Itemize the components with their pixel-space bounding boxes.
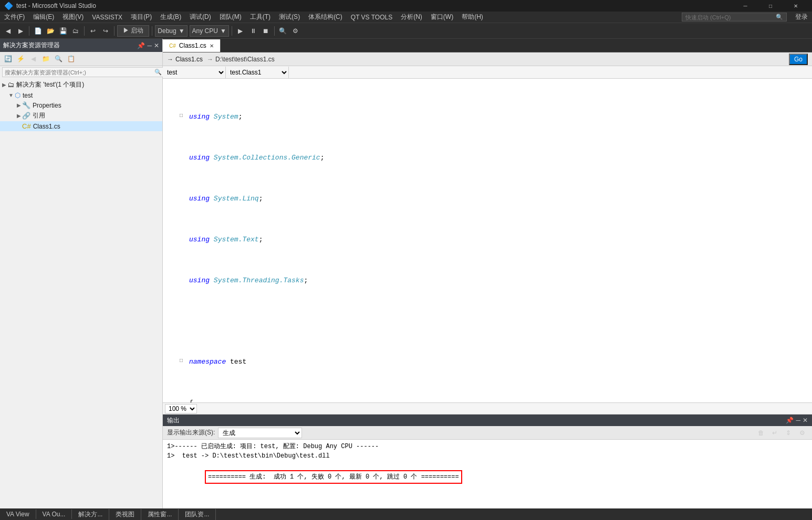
se-minimize-button[interactable]: ─ (147, 42, 152, 49)
quick-search-box[interactable]: 🔍 (682, 13, 787, 22)
toolbar-sep-3 (114, 26, 114, 36)
bottom-tab-team[interactable]: 团队资... (179, 509, 216, 520)
output-source-label: 显示输出来源(S): (167, 428, 215, 437)
se-property-button[interactable]: 📋 (65, 53, 77, 65)
maximize-button[interactable]: □ (758, 0, 783, 12)
code-line: using System.Text; (163, 235, 812, 245)
settings-button[interactable]: ⚙ (290, 25, 301, 37)
menu-tools[interactable]: 工具(T) (246, 12, 275, 23)
menu-debug[interactable]: 调试(D) (185, 12, 215, 23)
main-layout: 解决方案资源管理器 📌 ─ ✕ 🔄 ⚡ ◀ 📁 🔍 📋 🔍 ▶ 🗂 解决方案 (0, 39, 812, 508)
find-button[interactable]: 🔍 (277, 25, 289, 37)
menu-file[interactable]: 文件(F) (0, 12, 29, 23)
menu-vassistx[interactable]: VASSISTX (88, 13, 127, 22)
se-search-icon: 🔍 (154, 69, 162, 76)
bottom-tab-class-view[interactable]: 类视图 (109, 509, 141, 520)
menu-edit[interactable]: 编辑(E) (29, 12, 58, 23)
output-settings-button[interactable]: ⚙ (796, 427, 808, 439)
menu-test[interactable]: 测试(S) (275, 12, 304, 23)
bottom-tab-va-view[interactable]: VA View (0, 510, 36, 519)
se-toolbar: 🔄 ⚡ ◀ 📁 🔍 📋 (0, 52, 162, 66)
close-button[interactable]: ✕ (784, 0, 808, 12)
bottom-tabs: VA View VA Ou... 解决方... 类视图 属性窗... 团队资..… (0, 508, 812, 520)
redo-button[interactable]: ↪ (100, 25, 111, 37)
undo-button[interactable]: ↩ (87, 25, 99, 37)
output-word-wrap-button[interactable]: ↵ (769, 427, 780, 439)
bottom-tab-solution[interactable]: 解决方... (72, 509, 109, 520)
platform-dropdown[interactable]: Any CPU ▼ (190, 25, 229, 37)
code-line (163, 316, 812, 326)
code-editor[interactable]: □ using System; using System.Collections… (163, 79, 812, 402)
namespace-selector[interactable]: test (163, 67, 226, 78)
menu-team[interactable]: 团队(M) (215, 12, 246, 23)
class-selector[interactable]: test.Class1 (226, 67, 289, 78)
menu-arch[interactable]: 体系结构(C) (304, 12, 347, 23)
menu-analyze[interactable]: 分析(N) (397, 12, 426, 23)
se-sync-button[interactable]: 🔄 (2, 53, 14, 65)
output-source-selector[interactable]: 生成 (218, 428, 302, 438)
go-button[interactable]: Go (789, 54, 808, 65)
tab-close-button[interactable]: ✕ (210, 43, 214, 49)
platform-label: Any CPU (192, 27, 218, 35)
se-properties-label: Properties (33, 102, 61, 109)
se-refresh-button[interactable]: ⚡ (15, 53, 26, 65)
code-line: using System.Collections.Generic; (163, 153, 812, 163)
toolbar-icon-1[interactable]: ▶ (235, 25, 246, 37)
editor-tab-class1[interactable]: C# Class1.cs ✕ (163, 39, 221, 52)
se-pin-button[interactable]: 📌 (137, 42, 145, 49)
output-filter-button[interactable]: ⇕ (783, 427, 794, 439)
expand-arrow-icon: ▶ (2, 82, 6, 88)
file-path-name1[interactable]: Class1.cs (173, 56, 205, 63)
output-toolbar: 显示输出来源(S): 生成 🗑 ↵ ⇕ ⚙ (163, 426, 812, 440)
se-references-node[interactable]: ▶ 🔗 引用 (0, 110, 162, 121)
se-class1-node[interactable]: ▶ C# Class1.cs (0, 121, 162, 131)
se-collapse-button[interactable]: ◀ (27, 53, 39, 65)
menu-qt[interactable]: QT VS TOOLS (347, 13, 397, 22)
output-content: 1>------ 已启动生成: 项目: test, 配置: Debug Any … (163, 440, 812, 508)
save-all-button[interactable]: 🗂 (70, 25, 81, 37)
toolbar-icon-3[interactable]: ⏹ (260, 25, 272, 37)
bottom-tab-properties[interactable]: 属性窗... (141, 509, 179, 520)
debug-config-dropdown[interactable]: Debug ▼ (155, 25, 187, 37)
se-close-button[interactable]: ✕ (154, 42, 159, 49)
se-project-node[interactable]: ▼ ⬡ test (0, 90, 162, 100)
open-button[interactable]: 📂 (45, 25, 56, 37)
toolbar-sep-6 (274, 26, 275, 36)
start-button[interactable]: ▶ 启动 (117, 25, 149, 37)
quick-search-input[interactable] (685, 14, 776, 20)
login-button[interactable]: 登录 (791, 12, 812, 23)
menu-build[interactable]: 生成(B) (156, 12, 185, 23)
save-button[interactable]: 💾 (57, 25, 69, 37)
output-line-3: ========== 生成: 成功 1 个, 失败 0 个, 最新 0 个, 跳… (167, 461, 808, 493)
solution-explorer: 解决方案资源管理器 📌 ─ ✕ 🔄 ⚡ ◀ 📁 🔍 📋 🔍 ▶ 🗂 解决方案 (0, 39, 163, 508)
output-minimize-button[interactable]: ─ (796, 417, 800, 424)
se-show-all-button[interactable]: 📁 (40, 53, 51, 65)
menu-bar: 文件(F) 编辑(E) 视图(V) VASSISTX 项目(P) 生成(B) 调… (0, 12, 812, 23)
output-clear-button[interactable]: 🗑 (755, 427, 767, 439)
se-filter-button[interactable]: 🔍 (53, 53, 64, 65)
menu-help[interactable]: 帮助(H) (457, 12, 487, 23)
toolbar-sep-5 (232, 26, 232, 36)
app-icon: 🔷 (4, 2, 13, 10)
back-button[interactable]: ◀ (2, 25, 14, 37)
output-header-controls: 📌 ─ ✕ (786, 417, 808, 424)
toolbar-icon-2[interactable]: ⏸ (247, 25, 259, 37)
search-icon: 🔍 (776, 14, 783, 20)
minimize-button[interactable]: ─ (733, 0, 757, 12)
menu-window[interactable]: 窗口(W) (426, 12, 457, 23)
output-close-button[interactable]: ✕ (803, 417, 808, 424)
forward-button[interactable]: ▶ (15, 25, 26, 37)
menu-project[interactable]: 项目(P) (127, 12, 156, 23)
se-search-input[interactable] (5, 69, 154, 76)
se-properties-node[interactable]: ▶ 🔧 Properties (0, 100, 162, 110)
se-project-label: test (23, 92, 33, 99)
toolbar-sep-4 (152, 26, 152, 36)
menu-view[interactable]: 视图(V) (58, 12, 88, 23)
bottom-tab-va-ou[interactable]: VA Ou... (36, 510, 72, 519)
output-pin-button[interactable]: 📌 (786, 417, 794, 424)
se-solution-node[interactable]: ▶ 🗂 解决方案 'test'(1 个项目) (0, 79, 162, 90)
zoom-selector[interactable]: 100 % (165, 404, 197, 413)
new-project-button[interactable]: 📄 (32, 25, 44, 37)
se-search-box[interactable]: 🔍 (2, 67, 164, 77)
tab-label: Class1.cs (179, 42, 206, 49)
